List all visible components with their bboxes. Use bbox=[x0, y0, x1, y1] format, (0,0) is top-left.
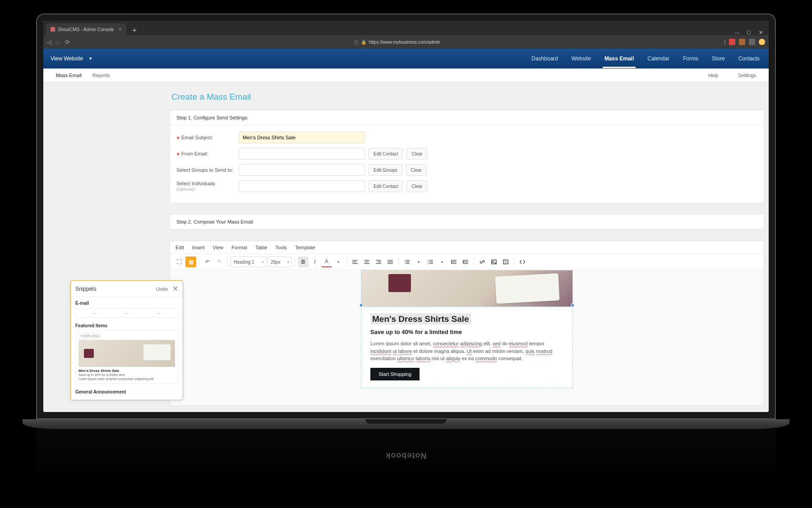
media-icon[interactable] bbox=[500, 256, 511, 267]
profile-avatar-icon[interactable] bbox=[759, 39, 765, 45]
menu-template[interactable]: Template bbox=[295, 245, 315, 250]
browser-tab[interactable]: ShoutCMS - Admin Console × bbox=[46, 23, 126, 35]
nav-store[interactable]: Store bbox=[710, 49, 727, 68]
edit-individuals-button[interactable]: Edit Contact bbox=[369, 180, 403, 192]
bullet-list-icon[interactable] bbox=[401, 256, 412, 267]
step2-panel: Step 2. Compose Your Mass Email bbox=[170, 214, 764, 230]
snippet-section-featured: Featured Items bbox=[75, 323, 178, 328]
subtab-mass-email[interactable]: Mass Email bbox=[51, 73, 87, 78]
window-maximize-icon[interactable]: ☐ bbox=[746, 30, 752, 35]
extension-shield-icon[interactable] bbox=[729, 39, 735, 45]
bullet-list-chevron-icon[interactable]: ▾ bbox=[413, 256, 424, 267]
snippets-toggle-icon[interactable]: ▦ bbox=[185, 256, 196, 267]
fullscreen-icon[interactable]: ⛶ bbox=[174, 256, 185, 267]
email-subheading[interactable]: Save up to 40% for a limited time bbox=[370, 329, 563, 335]
menu-insert[interactable]: Insert bbox=[192, 245, 205, 250]
nav-contacts[interactable]: Contacts bbox=[737, 49, 761, 68]
reload-icon[interactable]: ⟳ bbox=[65, 39, 70, 46]
align-center-icon[interactable] bbox=[361, 256, 372, 267]
snippet-t1: Men's Dress Shirts Sale bbox=[78, 369, 175, 373]
snippet-thumbnail[interactable]: ——— bbox=[75, 308, 178, 318]
align-right-icon[interactable] bbox=[373, 256, 384, 267]
edit-contact-button[interactable]: Edit Contact bbox=[369, 148, 403, 160]
indent-icon[interactable] bbox=[460, 256, 471, 267]
svg-point-0 bbox=[405, 260, 406, 261]
clear-groups-button[interactable]: Clear bbox=[406, 164, 427, 176]
notebook-label: Notebook bbox=[386, 451, 427, 460]
outdent-icon[interactable] bbox=[448, 256, 459, 267]
align-left-icon[interactable] bbox=[350, 256, 360, 267]
nav-dashboard[interactable]: Dashboard bbox=[530, 49, 560, 68]
text-color-icon[interactable]: A bbox=[321, 256, 332, 267]
close-icon[interactable]: ✕ bbox=[172, 284, 178, 293]
back-icon[interactable]: ◁ bbox=[47, 39, 51, 46]
extensions-menu-icon[interactable] bbox=[749, 39, 755, 45]
align-justify-icon[interactable] bbox=[385, 256, 396, 267]
tab-close-icon[interactable]: × bbox=[119, 26, 122, 32]
window-close-icon[interactable]: ✕ bbox=[758, 30, 763, 35]
email-paragraph[interactable]: Lorem ipsum dolor sit amet, consectetur … bbox=[370, 340, 563, 362]
step2-heading: Step 2. Compose Your Mass Email bbox=[170, 215, 764, 229]
from-email-input[interactable] bbox=[239, 148, 365, 160]
forward-icon[interactable]: ▷ bbox=[56, 39, 60, 46]
undo-icon[interactable]: ↶ bbox=[202, 256, 213, 267]
snippets-panel: Snippets Undo ✕ E-mail ——— Featured Item… bbox=[70, 280, 183, 400]
menu-format[interactable]: Format bbox=[231, 245, 247, 250]
heading-select[interactable]: Heading 1 bbox=[231, 256, 267, 267]
number-list-chevron-icon[interactable]: ▾ bbox=[437, 256, 448, 267]
laptop-base bbox=[23, 419, 789, 429]
nav-mass-email[interactable]: Mass Email bbox=[603, 49, 636, 68]
nav-website[interactable]: Website bbox=[570, 49, 593, 68]
extension-2-icon[interactable] bbox=[739, 39, 745, 45]
number-list-icon[interactable]: 123 bbox=[425, 256, 436, 267]
clear-from-button[interactable]: Clear bbox=[406, 148, 427, 160]
subtab-settings[interactable]: Settings bbox=[733, 73, 761, 78]
menu-view[interactable]: View bbox=[212, 245, 223, 250]
editor-menu-bar: Edit Insert View Format Table Tools Temp… bbox=[170, 241, 764, 254]
font-size-select[interactable]: 28px bbox=[268, 256, 292, 267]
email-heading[interactable]: Men's Dress Shirts Sale bbox=[370, 313, 471, 325]
window-minimize-icon[interactable]: — bbox=[734, 30, 740, 35]
subtab-reports[interactable]: Reports bbox=[87, 73, 115, 78]
editor-canvas[interactable]: Men's Dress Shirts Sale Save up to 40% f… bbox=[170, 270, 764, 405]
site-info-icon[interactable]: ▢ bbox=[354, 40, 358, 45]
browser-toolbar: ◁ ▷ ⟳ ▢ 🔒 https://www.mybusiness.com/adm… bbox=[43, 35, 769, 49]
snippets-undo-button[interactable]: Undo bbox=[156, 286, 168, 292]
italic-icon[interactable]: I bbox=[309, 256, 320, 267]
snippet-category[interactable]: E-mail bbox=[75, 301, 178, 306]
snippet-logo-placeholder: YOUR LOGO bbox=[78, 333, 102, 339]
new-tab-button[interactable]: ＋ bbox=[126, 26, 143, 35]
svg-text:3: 3 bbox=[428, 262, 429, 265]
menu-table[interactable]: Table bbox=[255, 245, 267, 250]
editor-toolbar: ⛶ ▦ ↶ ↷ Heading 1 28px B I A bbox=[170, 254, 764, 270]
nav-forms[interactable]: Forms bbox=[681, 49, 700, 68]
groups-label: Select Groups to Send to: bbox=[176, 167, 235, 173]
cta-button[interactable]: Start Shopping bbox=[370, 368, 420, 380]
groups-input[interactable] bbox=[239, 164, 365, 176]
hero-image[interactable] bbox=[361, 270, 572, 307]
nav-calendar[interactable]: Calendar bbox=[646, 49, 671, 68]
clear-individuals-button[interactable]: Clear bbox=[406, 180, 427, 192]
address-bar[interactable]: ▢ 🔒 https://www.mybusiness.com/admin bbox=[74, 40, 720, 45]
redo-icon[interactable]: ↷ bbox=[214, 256, 225, 267]
view-website-label: View Website bbox=[51, 55, 83, 62]
code-icon[interactable] bbox=[517, 256, 528, 267]
view-website-dropdown[interactable]: View Website ▼ bbox=[51, 55, 92, 62]
subject-input[interactable] bbox=[239, 132, 365, 143]
snippets-title: Snippets bbox=[75, 286, 97, 292]
snippet-featured-thumbnail[interactable]: YOUR LOGO Men's Dress Shirts Sale Save u… bbox=[75, 330, 178, 384]
bold-icon[interactable]: B bbox=[298, 256, 309, 267]
menu-tools[interactable]: Tools bbox=[275, 245, 287, 250]
text-color-chevron-icon[interactable]: ▾ bbox=[333, 256, 344, 267]
email-template-block[interactable]: Men's Dress Shirts Sale Save up to 40% f… bbox=[361, 270, 573, 388]
tab-favicon bbox=[51, 27, 55, 32]
lock-icon: 🔒 bbox=[361, 40, 366, 45]
edit-groups-button[interactable]: Edit Groups bbox=[369, 164, 402, 176]
subtab-help[interactable]: Help bbox=[703, 73, 724, 78]
link-icon[interactable] bbox=[477, 256, 488, 267]
email-text-block[interactable]: Men's Dress Shirts Sale Save up to 40% f… bbox=[361, 307, 572, 388]
snippet-section-general: General Announcement bbox=[75, 389, 178, 394]
menu-edit[interactable]: Edit bbox=[175, 245, 184, 250]
individuals-input[interactable] bbox=[239, 180, 365, 192]
image-icon[interactable] bbox=[489, 256, 499, 267]
